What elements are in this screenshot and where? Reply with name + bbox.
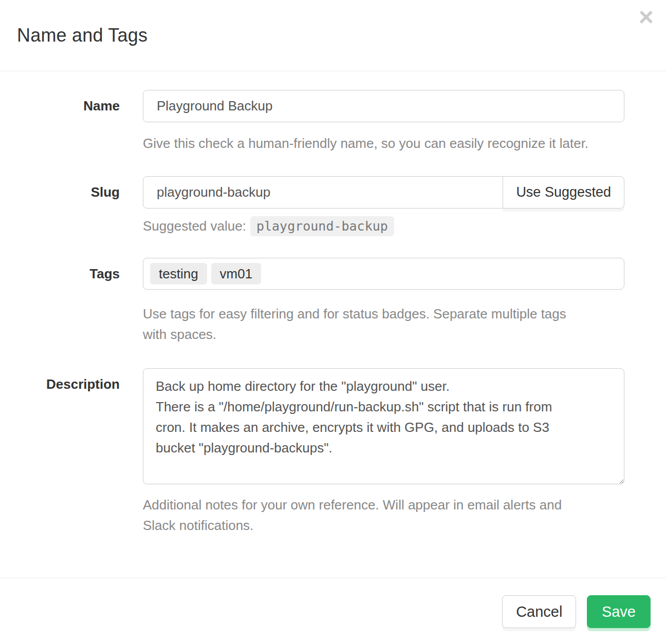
name-help-text: Give this check a human-friendly name, s…	[143, 133, 624, 154]
dialog-header: Name and Tags ×	[0, 0, 666, 71]
suggested-value-prefix: Suggested value:	[143, 218, 246, 234]
dialog-footer: Cancel Save	[0, 578, 666, 644]
slug-field-row: Slug Use Suggested Suggested value:playg…	[0, 176, 666, 234]
description-label: Description	[0, 368, 120, 536]
tags-help-line-1: Use tags for easy filtering and for stat…	[143, 304, 624, 324]
save-button[interactable]: Save	[587, 595, 651, 628]
tags-field-row: Tags testing vm01 Use tags for easy filt…	[0, 258, 666, 345]
tags-label: Tags	[0, 258, 120, 345]
description-help-line-1: Additional notes for your own reference.…	[143, 495, 624, 515]
description-field-row: Description Back up home directory for t…	[0, 368, 666, 536]
close-icon[interactable]: ×	[639, 4, 654, 30]
tags-input[interactable]: testing vm01	[143, 258, 624, 290]
name-label: Name	[0, 90, 120, 154]
slug-input[interactable]	[143, 176, 503, 209]
slug-label: Slug	[0, 176, 120, 234]
name-and-tags-dialog: Name and Tags × Name Give this check a h…	[0, 0, 666, 644]
name-field-row: Name Give this check a human-friendly na…	[0, 90, 666, 154]
tags-help-line-2: with spaces.	[143, 324, 624, 345]
slug-control-col: Use Suggested Suggested value:playground…	[143, 176, 624, 234]
tags-help-text: Use tags for easy filtering and for stat…	[143, 304, 624, 345]
slug-input-group: Use Suggested	[143, 176, 624, 209]
description-textarea[interactable]: Back up home directory for the "playgrou…	[143, 368, 624, 484]
dialog-body: Name Give this check a human-friendly na…	[0, 71, 666, 539]
dialog-title: Name and Tags	[17, 25, 147, 46]
name-control-col: Give this check a human-friendly name, s…	[143, 90, 624, 154]
description-help-line-2: Slack notifications.	[143, 515, 624, 536]
suggested-value-code: playground-backup	[250, 216, 394, 236]
description-help-text: Additional notes for your own reference.…	[143, 495, 624, 536]
description-control-col: Back up home directory for the "playgrou…	[143, 368, 624, 536]
cancel-button[interactable]: Cancel	[502, 595, 576, 628]
suggested-value-row: Suggested value:playground-backup	[143, 218, 624, 234]
tag-chip[interactable]: vm01	[211, 263, 262, 285]
tags-control-col: testing vm01 Use tags for easy filtering…	[143, 258, 624, 345]
use-suggested-button[interactable]: Use Suggested	[503, 176, 624, 209]
name-input[interactable]	[143, 90, 624, 122]
tag-chip[interactable]: testing	[150, 263, 207, 285]
